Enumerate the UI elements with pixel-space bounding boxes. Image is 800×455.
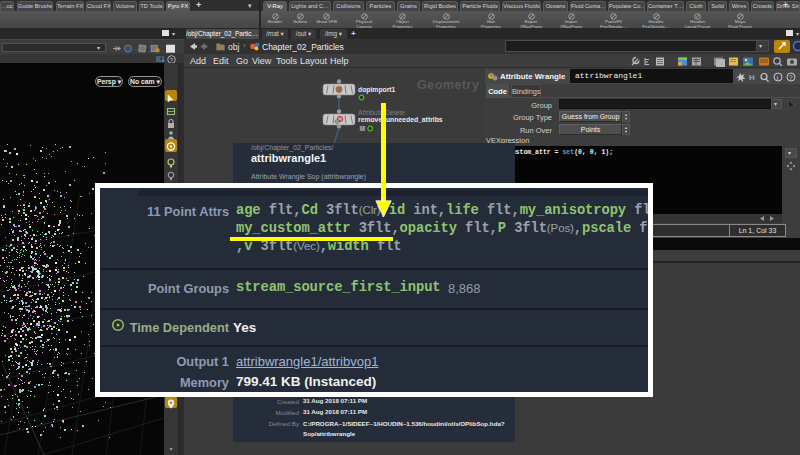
svg-text:i: i [777,73,779,81]
svg-text:H: H [749,73,755,82]
svg-text:?: ? [170,56,174,62]
svg-text:?: ? [789,73,793,80]
